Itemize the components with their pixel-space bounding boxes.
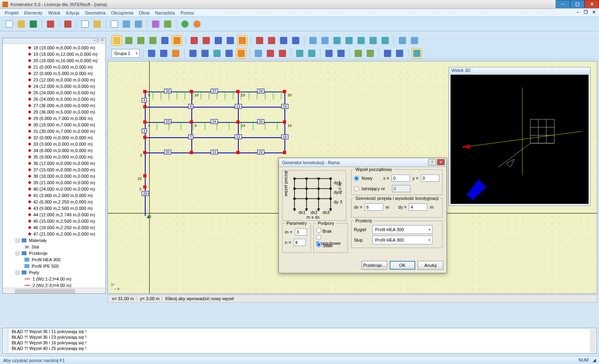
combo-column-section[interactable]: Profil HEA 300 <box>372 236 432 244</box>
load-c-button[interactable] <box>171 48 181 59</box>
zoom-fit-button[interactable] <box>148 35 158 46</box>
select-node-button[interactable] <box>189 35 199 46</box>
menu-geometria[interactable]: Geometria <box>85 10 106 15</box>
tree-node[interactable]: 46 (18.000 m,2.250 m,0.000 m) <box>4 224 106 231</box>
load-k-button[interactable] <box>277 48 288 59</box>
tree-node[interactable]: 43 (9.000 m,2.500 m,0.000 m) <box>4 205 106 211</box>
close-button[interactable]: ✕ <box>585 0 599 8</box>
tool-n-button[interactable] <box>397 35 408 46</box>
load-b-button[interactable] <box>158 48 169 59</box>
export-button[interactable] <box>92 19 102 29</box>
save-button[interactable] <box>45 19 56 29</box>
menu-narzedzia[interactable]: Narzędzia <box>155 10 175 15</box>
tree-hscroll[interactable] <box>3 288 106 294</box>
tree-node[interactable]: 44 (12.000 m,2.749 m,0.000 m) <box>4 211 106 218</box>
tree-node[interactable]: 27 (36.000 m,0.000 m,0.000 m) <box>4 102 106 109</box>
tree-node[interactable]: 36 (12.000 m,0.000 m,0.000 m) <box>4 160 106 167</box>
tree-node[interactable]: 20 (18.000 m,16.000 m,0.000 m) <box>4 57 106 64</box>
resize-grip[interactable]: ◢ <box>593 358 596 363</box>
grid-button[interactable] <box>308 35 318 46</box>
tree-group[interactable]: Profil IPE 500 <box>4 263 106 269</box>
load-g-button[interactable] <box>224 48 234 59</box>
minimize-button[interactable]: ─ <box>556 0 570 8</box>
button-sections[interactable]: Przekroje... <box>361 261 387 270</box>
radio-new-node[interactable] <box>354 176 359 181</box>
load-l-button[interactable] <box>294 48 305 59</box>
tree-node[interactable]: 41 (3.000 m,2.000 m,0.000 m) <box>4 192 106 199</box>
print-button[interactable] <box>162 19 173 29</box>
tree-node[interactable]: 38 (18.000 m,0.000 m,0.000 m) <box>4 173 106 179</box>
load-n-button[interactable] <box>324 48 334 59</box>
load-m-button[interactable] <box>307 48 317 59</box>
mdi-restore[interactable]: ❐ <box>583 10 589 15</box>
menu-edycja[interactable]: Edycja <box>66 10 79 15</box>
info-button[interactable] <box>192 19 202 29</box>
input-x[interactable] <box>392 175 410 182</box>
button-cancel[interactable]: Anuluj <box>418 261 443 270</box>
tree-node[interactable]: 26 (24.000 m,5.000 m,0.000 m) <box>4 96 106 102</box>
load-f-button[interactable] <box>212 48 222 59</box>
tree-node[interactable]: 34 (6.000 m,0.000 m,0.000 m) <box>4 147 106 154</box>
open-button[interactable] <box>16 19 26 29</box>
tree-node[interactable]: 31 (30.000 m,7.000 m,0.000 m) <box>4 128 106 134</box>
tree-node[interactable]: 25 (24.000 m,0.000 m,0.000 m) <box>4 89 106 96</box>
pan-button[interactable] <box>160 35 170 46</box>
tool-o-button[interactable] <box>409 35 420 46</box>
tree-group[interactable]: Profil HEA 300 <box>4 256 106 263</box>
zoom-in-button[interactable] <box>124 35 134 46</box>
tool-k-button[interactable] <box>356 35 366 46</box>
load-e-button[interactable] <box>200 48 210 59</box>
radio-sup-none[interactable] <box>316 228 321 233</box>
input-n[interactable] <box>294 239 306 246</box>
load-t-button[interactable] <box>412 48 422 59</box>
tool-l-button[interactable] <box>368 35 378 46</box>
tool-a-button[interactable] <box>213 35 223 46</box>
select-bar-button[interactable] <box>201 35 211 46</box>
tree-node[interactable]: 37 (15.000 m,0.000 m,0.000 m) <box>4 167 106 173</box>
tree-node[interactable]: 30 (18.000 m,7.000 m,0.000 m) <box>4 122 106 128</box>
tree-node[interactable]: 29 (6.000 m,7.000 m,0.000 m) <box>4 115 106 122</box>
tree-node[interactable]: 42 (6.000 m,2.250 m,0.000 m) <box>4 199 106 205</box>
maximize-button[interactable]: ▢ <box>570 0 585 8</box>
gear1-button[interactable] <box>121 19 132 29</box>
error-panel-pin[interactable] <box>4 329 8 352</box>
calculator-button[interactable] <box>150 19 161 29</box>
new-button[interactable] <box>4 19 14 29</box>
tree-node[interactable]: 22 (0.000 m,5.000 m,0.000 m) <box>4 70 106 77</box>
load-q-button[interactable] <box>365 48 376 59</box>
combo-beam-section[interactable]: Profil HEA 300 <box>372 225 432 234</box>
load-s-button[interactable] <box>394 48 405 59</box>
menu-okna[interactable]: Okna <box>139 10 149 15</box>
help-button[interactable] <box>180 19 190 29</box>
tool-f-button[interactable] <box>278 35 289 46</box>
load-o-button[interactable] <box>336 48 346 59</box>
folder-button[interactable] <box>28 19 39 29</box>
tool-m-button[interactable] <box>380 35 390 46</box>
button-ok[interactable]: OK <box>390 261 415 270</box>
menu-pomoc[interactable]: Pomoc <box>181 10 194 15</box>
calc1-button[interactable] <box>109 19 120 29</box>
dialog-close-button[interactable]: ✕ <box>437 159 445 165</box>
radio-sup-fixed[interactable] <box>316 242 321 247</box>
mdi-close[interactable]: ✕ <box>591 10 597 15</box>
menu-projekt[interactable]: Projekt <box>5 10 18 15</box>
tree-node[interactable]: 47 (21.000 m,2.000 m,0.000 m) <box>4 231 106 237</box>
tool-b-button[interactable] <box>225 35 236 46</box>
dialog-titlebar[interactable]: Generator konstrukcji - Rama ? ✕ <box>279 158 447 167</box>
load-d-button[interactable] <box>188 48 198 59</box>
tree-group[interactable]: −Pręty <box>4 269 106 276</box>
menu-widok[interactable]: Widok <box>48 10 61 15</box>
tree-node[interactable]: 18 (18.000 m,8.000 m,0.000 m) <box>4 45 106 51</box>
input-dy[interactable] <box>409 203 427 211</box>
widok-3d-canvas[interactable] <box>451 75 589 204</box>
tree-group[interactable]: −Materiały <box>4 237 106 244</box>
view-3d-button[interactable] <box>112 35 122 46</box>
tool-e-button[interactable] <box>266 35 277 46</box>
group-combo[interactable]: Grupa 1 <box>112 49 140 58</box>
input-dx[interactable] <box>365 203 383 211</box>
menu-elementy[interactable]: Elementy <box>24 10 43 15</box>
tree-group[interactable]: −Przekroje <box>4 250 106 256</box>
tree-node[interactable]: 35 (9.000 m,0.000 m,0.000 m) <box>4 154 106 160</box>
tree-node[interactable]: 40 (24.000 m,0.000 m,0.000 m) <box>4 186 106 192</box>
tool-h-button[interactable] <box>320 35 330 46</box>
